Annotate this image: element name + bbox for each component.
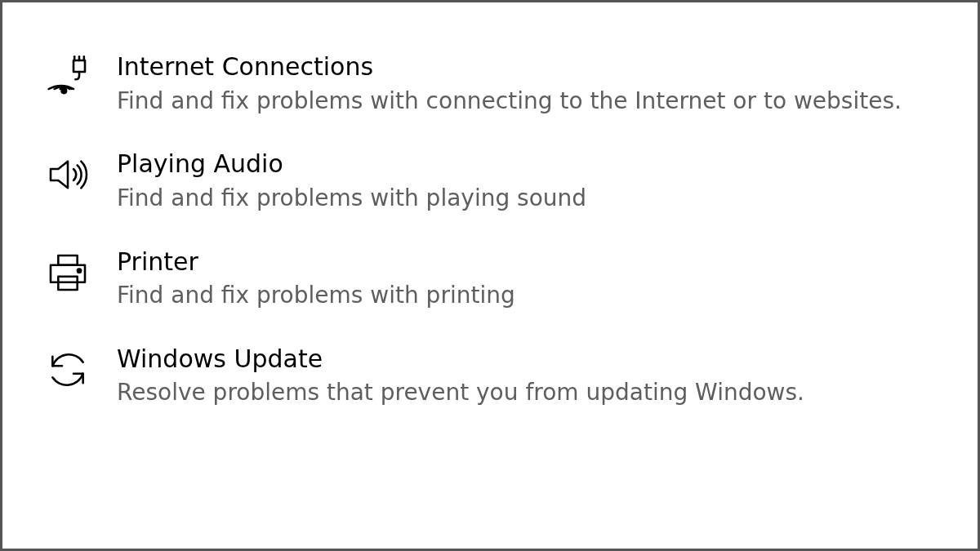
svg-rect-6 bbox=[51, 264, 85, 282]
troubleshooter-playing-audio[interactable]: Playing Audio Find and fix problems with… bbox=[42, 149, 945, 213]
troubleshooter-printer[interactable]: Printer Find and fix problems with print… bbox=[42, 247, 945, 311]
troubleshooter-description: Resolve problems that prevent you from u… bbox=[117, 377, 945, 408]
speaker-icon bbox=[42, 149, 94, 201]
troubleshooter-title: Windows Update bbox=[117, 344, 945, 375]
update-sync-icon bbox=[42, 344, 94, 396]
printer-icon bbox=[42, 247, 94, 299]
troubleshooter-description: Find and fix problems with connecting to… bbox=[117, 86, 945, 117]
troubleshooter-description: Find and fix problems with playing sound bbox=[117, 183, 945, 214]
svg-rect-1 bbox=[74, 60, 85, 72]
troubleshooter-panel: Internet Connections Find and fix proble… bbox=[0, 0, 980, 551]
troubleshooter-title: Playing Audio bbox=[117, 149, 945, 180]
troubleshooter-title: Internet Connections bbox=[117, 51, 945, 82]
troubleshooter-windows-update[interactable]: Windows Update Resolve problems that pre… bbox=[42, 344, 945, 408]
troubleshooter-internet-connections[interactable]: Internet Connections Find and fix proble… bbox=[42, 51, 945, 116]
svg-point-8 bbox=[78, 269, 81, 272]
svg-point-0 bbox=[62, 89, 67, 94]
svg-rect-5 bbox=[58, 256, 77, 265]
troubleshooter-description: Find and fix problems with printing bbox=[117, 280, 945, 311]
wifi-network-icon bbox=[42, 51, 94, 104]
troubleshooter-title: Printer bbox=[117, 247, 945, 278]
